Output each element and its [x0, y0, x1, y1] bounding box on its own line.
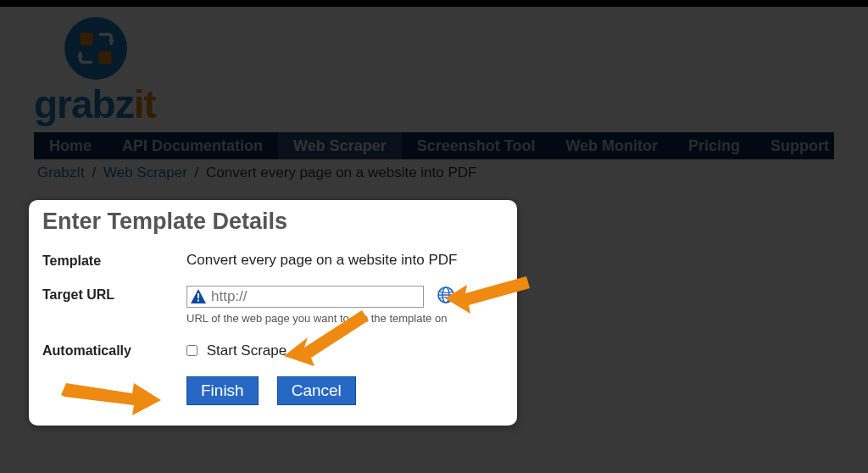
target-url-label: Target URL — [42, 286, 186, 303]
breadcrumb-web-scraper[interactable]: Web Scraper — [103, 164, 187, 181]
finish-button[interactable]: Finish — [186, 376, 259, 405]
svg-rect-1 — [99, 52, 112, 64]
main-nav: Home API Documentation Web Scraper Scree… — [34, 132, 834, 159]
cancel-button[interactable]: Cancel — [277, 376, 356, 405]
breadcrumb: GrabzIt / Web Scraper / Convert every pa… — [34, 159, 834, 186]
logo: grabzit — [34, 0, 834, 132]
svg-rect-3 — [198, 300, 199, 302]
globe-icon[interactable] — [437, 286, 455, 309]
nav-api-documentation[interactable]: API Documentation — [107, 132, 278, 159]
nav-screenshot-tool[interactable]: Screenshot Tool — [402, 132, 551, 159]
modal-title: Enter Template Details — [42, 209, 504, 235]
target-url-input[interactable] — [186, 286, 424, 308]
start-scrape-label: Start Scrape — [207, 342, 287, 359]
template-value: Convert every page on a website into PDF — [186, 252, 504, 269]
nav-pricing[interactable]: Pricing — [673, 132, 755, 159]
nav-web-monitor[interactable]: Web Monitor — [550, 132, 673, 159]
nav-web-scraper[interactable]: Web Scraper — [278, 132, 402, 159]
logo-icon — [64, 17, 127, 80]
breadcrumb-grabzit[interactable]: GrabzIt — [37, 164, 85, 181]
automatically-label: Automatically — [42, 342, 186, 359]
svg-rect-0 — [81, 33, 93, 46]
nav-support[interactable]: Support — [755, 132, 844, 159]
template-details-modal: Enter Template Details Template Convert … — [29, 200, 517, 426]
breadcrumb-current: Convert every page on a website into PDF — [206, 164, 476, 181]
warning-icon — [190, 288, 207, 305]
target-url-hint: URL of the web page you want to run the … — [186, 312, 504, 325]
start-scrape-checkbox[interactable] — [186, 345, 198, 356]
svg-rect-2 — [198, 293, 199, 298]
nav-home[interactable]: Home — [34, 132, 107, 159]
template-label: Template — [42, 252, 186, 269]
logo-text: grabzit — [34, 81, 834, 127]
